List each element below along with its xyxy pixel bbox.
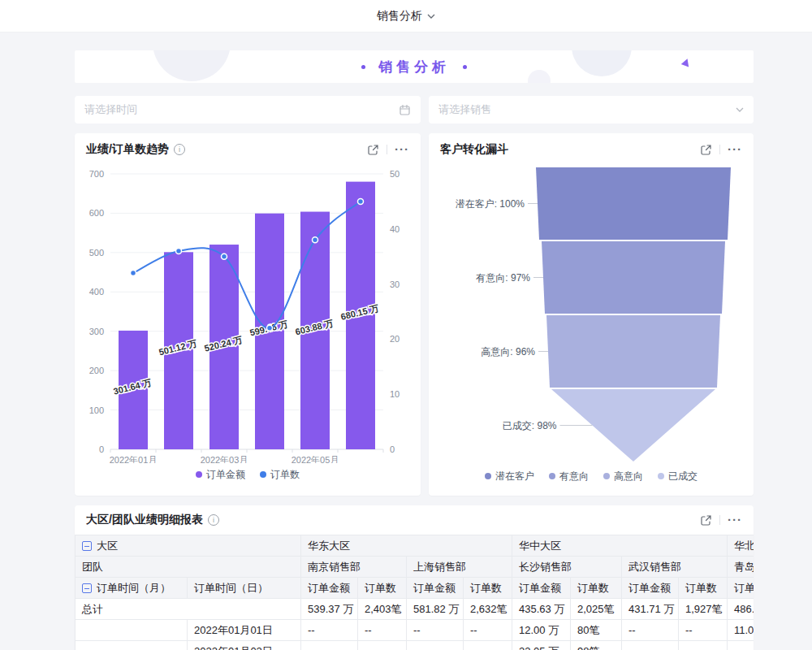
collapse-icon[interactable]	[82, 583, 92, 593]
info-icon[interactable]	[174, 144, 185, 155]
export-icon[interactable]	[700, 144, 712, 156]
legend-dot-icon	[196, 471, 202, 478]
cell-text: --	[628, 624, 636, 636]
table-cell: 总计	[76, 599, 301, 620]
table-cell: --	[301, 620, 358, 641]
banner-decoration	[528, 70, 551, 83]
table-row: 订单时间（月）订单时间（日）订单金额订单数订单金额订单数订单金额订单数订单金额订…	[76, 578, 754, 599]
table-cell: 539.37 万	[301, 599, 358, 620]
trend-chart: 010020030040050060070001020304050301.64 …	[75, 159, 421, 463]
cell-text: 长沙销售部	[519, 561, 572, 573]
legend-item[interactable]: 订单金额	[196, 468, 245, 482]
time-select-input[interactable]: 请选择时间	[75, 96, 421, 124]
funnel-card-title-wrap: 客户转化漏斗	[440, 142, 508, 157]
trend-legend: 订单金额订单数	[75, 463, 421, 486]
divider	[719, 515, 720, 525]
more-menu-icon[interactable]	[395, 146, 409, 153]
funnel-card-header: 客户转化漏斗	[429, 133, 754, 159]
cell-text: 订单金额	[519, 582, 561, 594]
report-table: 大区华东大区华中大区华北大区团队南京销售部上海销售部长沙销售部武汉销售部青岛销售…	[75, 535, 754, 650]
table-header-cell: 订单金额	[512, 578, 571, 599]
cell-text: 2022年01月02日	[194, 645, 273, 650]
table-cell: 431.71 万	[622, 599, 679, 620]
svg-text:20: 20	[390, 334, 400, 344]
cell-text: --	[413, 624, 421, 636]
cell-text: 431.71 万	[628, 603, 674, 615]
info-icon[interactable]	[208, 514, 219, 526]
table-cell: 486.06 万	[728, 599, 754, 620]
legend-item[interactable]: 有意向	[549, 470, 589, 483]
svg-text:高意向: 96%: 高意向: 96%	[481, 346, 535, 358]
svg-text:2022年03月: 2022年03月	[201, 455, 248, 463]
funnel-card-title: 客户转化漏斗	[440, 142, 508, 157]
table-card-header: 大区/团队业绩明细报表	[75, 505, 754, 535]
table-cell: 80笔	[571, 620, 622, 641]
table-header-cell: 订单时间（日）	[188, 578, 301, 599]
legend-item[interactable]: 高意向	[603, 470, 643, 483]
cell-text: --	[365, 645, 372, 650]
cell-text: 539.37 万	[308, 603, 353, 615]
more-menu-icon[interactable]	[728, 146, 742, 153]
table-cell	[76, 641, 188, 650]
svg-text:已成交: 98%: 已成交: 98%	[503, 420, 557, 431]
table-cell: 581.82 万	[407, 599, 464, 620]
trend-card-actions	[367, 144, 409, 156]
cell-text: 订单数	[577, 582, 609, 594]
legend-item[interactable]: 订单数	[260, 468, 300, 482]
cell-text: 581.82 万	[413, 603, 459, 615]
cell-text: --	[685, 645, 693, 650]
table-cell: 435.63 万	[512, 599, 571, 620]
table-header-cell: 南京销售部	[301, 557, 407, 578]
table-cell: --	[464, 620, 512, 641]
banner-decoration	[572, 50, 632, 76]
trend-card-header: 业绩/订单数趋势	[75, 133, 421, 159]
svg-text:2022年01月: 2022年01月	[110, 455, 158, 463]
table-cell: 2,403笔	[358, 599, 407, 620]
legend-label: 订单金额	[206, 468, 245, 482]
table-cell: --	[358, 620, 407, 641]
funnel-chart: 潜在客户: 100%有意向: 97%高意向: 96%已成交: 98%	[429, 159, 754, 465]
cell-text: 团队	[82, 561, 103, 573]
table-header-cell: 订单金额	[622, 578, 679, 599]
report-table-card: 大区/团队业绩明细报表 大区华东大区华中大区华北大区团队南京销售部上海销售部长沙…	[75, 505, 754, 650]
legend-label: 订单数	[270, 468, 300, 482]
funnel-segment	[542, 241, 725, 314]
table-header-cell: 华中大区	[512, 535, 728, 557]
cell-text: 上海销售部	[413, 561, 466, 573]
page-title-dropdown[interactable]: 销售分析	[377, 9, 435, 24]
svg-text:30: 30	[390, 280, 400, 289]
table-card-actions	[700, 514, 742, 526]
legend-item[interactable]: 潜在客户	[485, 470, 534, 483]
cell-text: 青岛销售部	[734, 561, 754, 573]
table-header-cell: 订单金额	[728, 578, 754, 599]
cell-text: --	[413, 645, 421, 650]
funnel-legend: 潜在客户有意向高意向已成交	[429, 465, 754, 488]
table-cell: --	[679, 620, 728, 641]
collapse-icon[interactable]	[82, 541, 92, 551]
cell-text: 华北大区	[734, 540, 754, 552]
cell-text: 80笔	[577, 624, 599, 636]
line-point	[267, 325, 273, 331]
svg-text:0: 0	[390, 444, 395, 454]
table-header-cell: 大区	[76, 535, 301, 557]
legend-item[interactable]: 已成交	[658, 470, 698, 483]
calendar-icon[interactable]	[399, 104, 411, 116]
export-icon[interactable]	[700, 514, 712, 526]
svg-text:有意向: 97%: 有意向: 97%	[475, 272, 530, 284]
svg-text:700: 700	[89, 169, 104, 179]
more-menu-icon[interactable]	[728, 517, 742, 523]
table-header-cell: 订单数	[464, 578, 512, 599]
cell-text: 订单金额	[413, 582, 456, 594]
svg-text:500: 500	[89, 248, 104, 258]
svg-text:潜在客户: 100%: 潜在客户: 100%	[456, 198, 525, 210]
page-title: 销售分析	[377, 9, 422, 24]
table-cell: 1,927笔	[679, 599, 728, 620]
table-cell	[76, 620, 188, 641]
table-header-cell: 订单数	[679, 578, 728, 599]
svg-text:400: 400	[89, 287, 104, 297]
svg-text:40: 40	[390, 224, 400, 234]
table-header-cell: 武汉销售部	[622, 557, 728, 578]
sales-select-input[interactable]: 请选择销售	[429, 96, 754, 124]
export-icon[interactable]	[367, 144, 379, 156]
filters-row: 请选择时间 请选择销售	[75, 96, 754, 124]
